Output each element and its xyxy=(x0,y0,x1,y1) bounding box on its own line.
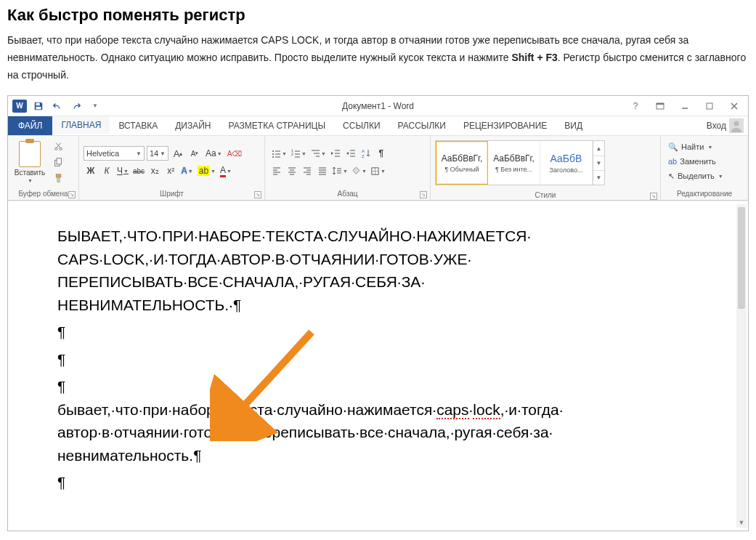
line-spacing-icon[interactable]: ▼ xyxy=(330,164,349,178)
lowercase-line-3: невнимательность.¶ xyxy=(57,444,709,467)
clear-format-icon[interactable]: A⌫ xyxy=(226,146,244,161)
multilevel-icon[interactable]: ▼ xyxy=(309,146,328,161)
style-no-spacing[interactable]: АаБбВвГг, ¶ Без инте... xyxy=(488,141,540,185)
tab-view[interactable]: ВИД xyxy=(556,116,591,135)
superscript-button[interactable]: x² xyxy=(163,164,178,178)
redo-icon[interactable] xyxy=(68,98,85,114)
tab-mailings[interactable]: РАССЫЛКИ xyxy=(389,116,455,135)
svg-rect-12 xyxy=(57,177,59,182)
text-effects-button[interactable]: A▼ xyxy=(179,164,195,178)
svg-point-8 xyxy=(60,148,62,150)
minimize-icon[interactable] xyxy=(675,98,694,114)
tab-home[interactable]: ГЛАВНАЯ xyxy=(52,116,110,135)
vertical-scrollbar[interactable]: ▲ ▼ xyxy=(736,204,747,528)
svg-point-13 xyxy=(272,150,274,152)
indent-icon[interactable] xyxy=(344,146,358,161)
styles-more-icon[interactable]: ▼ xyxy=(593,171,604,185)
scroll-thumb[interactable] xyxy=(738,207,745,309)
style-normal[interactable]: АаБбВвГг, ¶ Обычный xyxy=(436,141,488,185)
word-window: W ▼ Документ1 - Word ? ФАЙЛ ГЛАВНАЯ ВСТА… xyxy=(7,95,749,531)
style-preview-2: АаБбВвГг, xyxy=(493,153,535,164)
align-right-icon[interactable] xyxy=(300,164,314,178)
copy-icon[interactable] xyxy=(50,155,66,169)
styles-up-icon[interactable]: ▲ xyxy=(593,141,604,156)
align-center-icon[interactable] xyxy=(285,164,299,178)
styles-down-icon[interactable]: ▼ xyxy=(593,156,604,171)
signin-link[interactable]: Вход xyxy=(707,121,726,131)
underline-button[interactable]: Ч▼ xyxy=(115,164,130,178)
shading-icon[interactable]: ▼ xyxy=(350,164,368,178)
cursor-icon: ↖ xyxy=(668,172,675,181)
tab-insert[interactable]: ВСТАВКА xyxy=(110,116,166,135)
lowercase-line-1: бывает,·что·при·наборе·текста·случайно·н… xyxy=(57,398,709,422)
tab-review[interactable]: РЕЦЕНЗИРОВАНИЕ xyxy=(455,116,556,135)
style-preview-3: АаБбВ xyxy=(550,153,582,164)
cut-icon[interactable] xyxy=(50,139,66,153)
italic-button[interactable]: К xyxy=(99,164,114,178)
subscript-button[interactable]: x₂ xyxy=(147,164,162,178)
qat-customize-icon[interactable]: ▼ xyxy=(86,98,104,114)
page-content[interactable]: БЫВАЕТ,·ЧТО·ПРИ·НАБОРЕ·ТЕКСТА·СЛУЧАЙНО·Н… xyxy=(18,207,735,494)
select-button[interactable]: ↖Выделить▼ xyxy=(668,169,723,182)
uppercase-line-1: БЫВАЕТ,·ЧТО·ПРИ·НАБОРЕ·ТЕКСТА·СЛУЧАЙНО·Н… xyxy=(57,225,709,248)
group-styles: АаБбВвГг, ¶ Обычный АаБбВвГг, ¶ Без инте… xyxy=(431,136,661,200)
clipboard-launcher[interactable]: ↘ xyxy=(68,191,76,198)
grow-font-icon[interactable]: A▴ xyxy=(171,146,185,161)
svg-rect-1 xyxy=(36,107,41,110)
styles-group-label: Стили xyxy=(535,191,556,199)
justify-icon[interactable] xyxy=(315,164,330,178)
avatar-icon[interactable] xyxy=(729,118,744,133)
find-button[interactable]: 🔍Найти▼ xyxy=(668,140,723,153)
help-icon[interactable]: ? xyxy=(626,98,645,114)
styles-launcher[interactable]: ↘ xyxy=(650,193,657,200)
tab-layout[interactable]: РАЗМЕТКА СТРАНИЦЫ xyxy=(220,116,335,135)
bullets-icon[interactable]: ▼ xyxy=(269,146,288,161)
paragraph-launcher[interactable]: ↘ xyxy=(420,191,427,198)
close-icon[interactable] xyxy=(725,98,744,114)
style-preview-1: АаБбВвГг, xyxy=(442,153,483,164)
outdent-icon[interactable] xyxy=(328,146,343,161)
strike-button[interactable]: abc xyxy=(131,164,146,178)
ribbon-display-icon[interactable] xyxy=(651,98,670,114)
numbering-icon[interactable]: 12▼ xyxy=(289,146,308,161)
show-marks-icon[interactable]: ¶ xyxy=(374,146,389,161)
bold-button[interactable]: Ж xyxy=(84,164,98,178)
tab-file[interactable]: ФАЙЛ xyxy=(8,116,52,135)
tab-design[interactable]: ДИЗАЙН xyxy=(166,116,219,135)
article-paragraph: Бывает, что при наборе текста случайно н… xyxy=(7,32,749,84)
paragraph-group-label: Абзац xyxy=(337,190,357,198)
paste-button[interactable]: Вставить ▼ xyxy=(12,139,47,185)
uppercase-line-2: CAPS·LOCK,·И·ТОГДА·АВТОР·В·ОТЧАЯНИИ·ГОТО… xyxy=(57,248,709,271)
style-name-2: ¶ Без инте... xyxy=(495,166,532,173)
undo-icon[interactable] xyxy=(49,98,66,114)
font-size-combo[interactable]: 14▼ xyxy=(147,146,168,161)
svg-point-6 xyxy=(734,121,739,126)
uppercase-line-4: НЕВНИМАТЕЛЬНОСТЬ.·¶ xyxy=(57,294,709,317)
maximize-icon[interactable] xyxy=(700,98,719,114)
svg-point-14 xyxy=(272,153,274,155)
word-app-icon[interactable]: W xyxy=(11,98,28,114)
borders-icon[interactable]: ▼ xyxy=(369,164,387,178)
font-color-button[interactable]: A▼ xyxy=(219,164,233,178)
font-group-label: Шрифт xyxy=(160,190,184,198)
empty-para-1: ¶ xyxy=(57,321,709,344)
scroll-down-icon[interactable]: ▼ xyxy=(736,517,747,528)
clipboard-group-label: Буфер обмена xyxy=(19,190,68,198)
change-case-button[interactable]: Aa▼ xyxy=(204,146,224,161)
style-heading1[interactable]: АаБбВ Заголово... xyxy=(540,141,593,185)
replace-button[interactable]: abЗаменить xyxy=(668,155,723,168)
format-painter-icon[interactable] xyxy=(50,171,66,185)
font-name-combo[interactable]: Helvetica▼ xyxy=(84,146,145,161)
align-left-icon[interactable] xyxy=(269,164,284,178)
style-name-1: ¶ Обычный xyxy=(444,166,479,173)
sort-icon[interactable]: AZ xyxy=(359,146,373,161)
font-launcher[interactable]: ↘ xyxy=(254,191,261,198)
save-icon[interactable] xyxy=(30,98,47,114)
document-area[interactable]: БЫВАЕТ,·ЧТО·ПРИ·НАБОРЕ·ТЕКСТА·СЛУЧАЙНО·Н… xyxy=(8,201,748,531)
tab-references[interactable]: ССЫЛКИ xyxy=(334,116,389,135)
lowercase-line-2: автор·в·отчаянии·готов·уже·переписывать·… xyxy=(57,421,709,444)
magnifier-icon: 🔍 xyxy=(668,142,678,152)
shrink-font-icon[interactable]: A▾ xyxy=(187,146,202,161)
spell-error-1: caps xyxy=(436,401,468,419)
highlight-button[interactable]: ab▼ xyxy=(196,164,217,178)
